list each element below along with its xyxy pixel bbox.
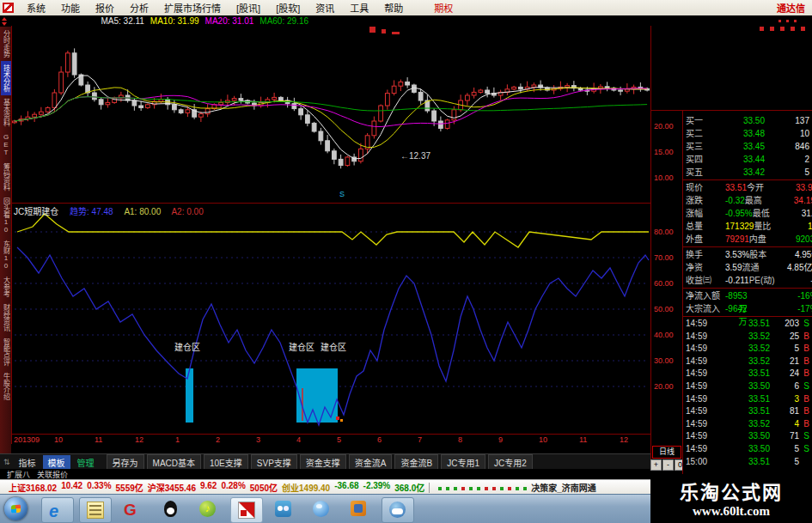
quote-row-13[interactable]: 净资3.59流通4.85亿 <box>683 261 812 274</box>
quote-row-17[interactable]: 大宗流入-9642万-17% <box>683 302 812 315</box>
sidebar-item-7[interactable]: 大参考 <box>1 273 11 301</box>
quote-row-22[interactable]: 14:5933.5221B <box>683 356 812 368</box>
music-icon[interactable]: ♪ <box>192 497 223 521</box>
sidebar-item-10[interactable]: 牛股介绍 <box>1 369 11 404</box>
sidebar-item-6[interactable]: 东财10 <box>1 237 11 273</box>
subtab-1[interactable]: 关联报价 <box>37 469 68 480</box>
sidebar-item-5[interactable]: 回头看10 <box>1 194 11 237</box>
sidebar-item-4[interactable]: 筹码资料 <box>1 160 11 194</box>
stock-app-icon[interactable] <box>230 497 263 523</box>
menu-item-8[interactable]: 工具 <box>342 1 376 15</box>
menu-item-3[interactable]: 分析 <box>122 1 156 15</box>
g-app-icon[interactable]: G <box>117 497 148 521</box>
tab-0[interactable]: 指标 <box>14 455 41 470</box>
quote-row-8[interactable]: 涨幅-0.95%最低31.91 <box>683 207 812 220</box>
menu-item-0[interactable]: 系统 <box>19 1 53 15</box>
sidebar-item-9[interactable]: 智能点评 <box>1 335 11 369</box>
menu-item-9[interactable]: 帮助 <box>376 1 411 15</box>
box-app-icon[interactable] <box>344 497 375 521</box>
quote-row-0[interactable]: 买一33.50137 <box>683 114 812 127</box>
scroll-arrows-icon[interactable] <box>0 16 8 27</box>
indicator-button-0[interactable]: 另存为 <box>107 454 144 471</box>
sidebar-item-2[interactable]: 基本资料 <box>1 95 11 130</box>
quote-row-3[interactable]: 买四33.442 <box>683 153 812 166</box>
quote-row-23[interactable]: 14:5933.5124B <box>683 368 812 380</box>
zoom-button--[interactable]: - <box>662 459 674 471</box>
sidebar-item-3[interactable]: GET <box>1 130 11 160</box>
quote-row-20[interactable]: 14:5933.5225B <box>683 331 812 344</box>
quote-row-30[interactable]: 15:0033.515 <box>683 456 812 469</box>
quote-row-24[interactable]: 14:5933.506S <box>683 380 812 393</box>
cloud-icon[interactable] <box>382 497 414 523</box>
alert-dot-icon <box>770 27 774 31</box>
indicator-tab-bar: ⇅ 指标模板管理 另存为MACD基本10E支撑SVP支撑资金支撑资金流A资金流B… <box>0 453 650 470</box>
menu-item-options[interactable]: 期权 <box>426 1 461 15</box>
indicator-button-3[interactable]: SVP支撑 <box>251 454 297 471</box>
notes-icon[interactable] <box>79 497 112 523</box>
game-icon[interactable] <box>268 497 299 521</box>
indicator-axis-label: 30.00 <box>654 356 683 365</box>
quote-row-6[interactable]: 现价33.51今开33.95 <box>683 181 812 194</box>
quote-row-21[interactable]: 14:5933.525B <box>683 343 812 356</box>
start-orb[interactable] <box>4 497 27 520</box>
quote-row-7[interactable]: 涨跌-0.32最高34.19 <box>683 194 812 207</box>
indicator-button-6[interactable]: 资金流B <box>394 454 438 471</box>
status-square-icon <box>454 487 457 490</box>
watermark-title: 乐淘公式网 <box>650 477 812 504</box>
frame-right <box>650 26 651 469</box>
menu-item-4[interactable]: 扩展市场行情 <box>156 1 229 15</box>
status-square-icon <box>485 487 488 490</box>
indicator-button-1[interactable]: MACD基本 <box>147 454 201 471</box>
quote-row-4[interactable]: 买五33.425 <box>683 166 812 179</box>
menu-item-2[interactable]: 报价 <box>88 1 122 15</box>
quote-row-1[interactable]: 买二33.4810 <box>683 127 812 140</box>
quote-row-29[interactable]: 14:5933.505S <box>683 443 812 456</box>
indicator-button-7[interactable]: JC专用1 <box>441 454 485 471</box>
indicator-button-5[interactable]: 资金流A <box>349 454 393 471</box>
indicator-button-4[interactable]: 资金支撑 <box>300 454 346 471</box>
menu-item-5[interactable]: [股讯] <box>229 1 268 15</box>
quote-row-9[interactable]: 总量171329量比1.06 <box>683 220 812 233</box>
period-selector[interactable]: 日线 <box>652 446 681 459</box>
drop-icon[interactable] <box>306 497 337 521</box>
menu-item-7[interactable]: 资讯 <box>308 1 342 15</box>
zoom-button-+[interactable]: + <box>650 459 662 471</box>
indicator-axis-label: 20.00 <box>654 382 683 391</box>
index-stat-7: 5050亿 <box>250 481 278 494</box>
indicator-button-8[interactable]: JC专用2 <box>488 454 533 471</box>
quote-row-28[interactable]: 14:5933.5071S <box>683 430 812 443</box>
status-square-icon <box>477 487 480 490</box>
sidebar-item-1[interactable]: 技术分析 <box>1 61 11 95</box>
index-stat-11: 368.0亿 <box>394 481 424 494</box>
quote-row-19[interactable]: 14:5933.51203S <box>683 318 812 331</box>
quote-row-16[interactable]: 净流入额-8953万-16% <box>683 289 812 302</box>
sidebar-item-0[interactable]: 分时走势 <box>1 27 11 61</box>
menu-item-6[interactable]: [股软] <box>268 1 308 15</box>
quote-row-14[interactable]: 收益㈢-0.211PE(动)— <box>683 274 812 287</box>
tab-1[interactable]: 模板 <box>43 455 70 470</box>
alert-marker-icon <box>392 32 400 34</box>
main-candlestick-chart[interactable] <box>11 26 650 203</box>
ie-icon[interactable]: e <box>41 497 74 523</box>
quote-row-25[interactable]: 14:5933.513B <box>683 393 812 406</box>
quote-row-27[interactable]: 14:5933.524B <box>683 418 812 431</box>
indicator-title[interactable]: JC短期建仓 <box>14 207 58 216</box>
subtab-0[interactable]: 扩展八 <box>7 469 30 480</box>
alert-dot-icon <box>760 27 764 31</box>
quote-row-10[interactable]: 外盘79291内盘92038 <box>683 233 812 246</box>
header-dot-icon <box>786 20 789 22</box>
indicator-chart[interactable] <box>11 204 650 434</box>
sidebar-item-8[interactable]: 财经资讯 <box>1 301 11 335</box>
menu-item-1[interactable]: 功能 <box>53 1 88 15</box>
indicator-button-2[interactable]: 10E支撑 <box>204 454 248 471</box>
tab-2[interactable]: 管理 <box>72 455 100 470</box>
quote-row-12[interactable]: 换手3.53%股本4.95亿 <box>683 248 812 261</box>
quote-row-2[interactable]: 买三33.45846 <box>683 140 812 153</box>
tab-scroll-icon[interactable]: ⇅ <box>3 458 10 466</box>
date-axis-label: 10 <box>539 435 547 444</box>
indicator-axis-label: 40.00 <box>654 331 683 339</box>
qq-icon[interactable] <box>155 497 186 521</box>
date-axis-label: 9 <box>498 435 503 444</box>
ma-label-1: MA10: 31.99 <box>150 16 199 26</box>
quote-row-26[interactable]: 14:5933.5181B <box>683 405 812 418</box>
